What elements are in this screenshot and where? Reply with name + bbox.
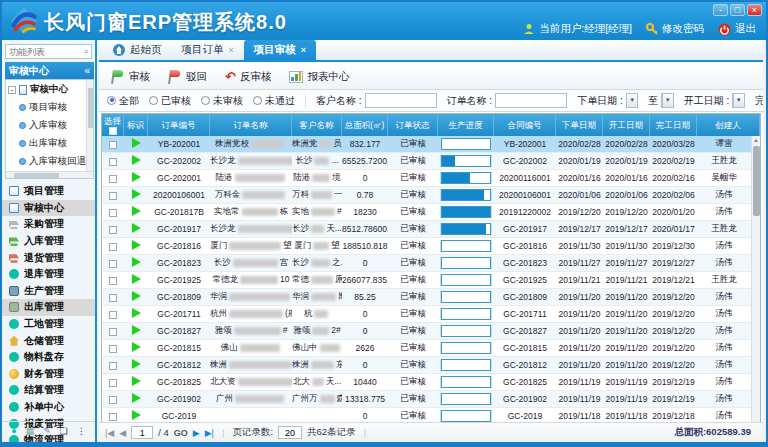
book-icon[interactable]: ❏ — [60, 426, 68, 436]
page-size-input[interactable] — [278, 426, 302, 439]
chevron-down-icon[interactable]: ▼ — [626, 94, 637, 107]
column-header-生产进度[interactable]: 生产进度 — [438, 114, 494, 136]
tab-项目审核[interactable]: 项目审核× — [244, 40, 316, 60]
tab-项目订单[interactable]: 项目订单× — [172, 40, 244, 60]
table-row[interactable]: GC-201812株洲株洲东0已审核GC-2018122019/11/20201… — [102, 357, 751, 374]
tree-item-入库审核[interactable]: 入库审核 — [6, 116, 93, 134]
row-checkbox[interactable] — [109, 328, 117, 336]
sidebar-item-补单中心[interactable]: 补单中心 — [2, 399, 95, 416]
sidebar-item-退货管理[interactable]: 退货管理 — [2, 249, 95, 266]
row-checkbox[interactable] — [109, 345, 117, 353]
first-page-icon[interactable]: |◀ — [105, 428, 114, 438]
collapse-icon[interactable]: « — [84, 62, 90, 79]
sidebar-item-出库管理[interactable]: 出库管理 — [2, 299, 95, 316]
tree-horizontal-scrollbar[interactable] — [6, 171, 93, 178]
next-page-icon[interactable]: ▶ — [193, 428, 200, 438]
table-row[interactable]: GC-202002长沙龙长沙...65525.7200...已审核GC-2020… — [102, 153, 751, 170]
table-row[interactable]: GC-201815佛山佛山中仓库2626已审核GC-2018152019/11/… — [102, 340, 751, 357]
tree-root-audit-center[interactable]: - 审核中心 — [6, 80, 93, 98]
maximize-button[interactable]: □ — [730, 4, 745, 16]
scroll-up-icon[interactable]: ▲ — [752, 136, 760, 144]
table-row[interactable]: 20200106001万科金万科一期0.78已审核202001060012020… — [102, 187, 751, 204]
column-header-选择[interactable]: 选择 — [102, 114, 124, 136]
table-row[interactable]: YB-202001株洲党校株洲党员...832.177已审核YB-2020012… — [102, 136, 751, 153]
sidebar-item-工地管理[interactable]: 工地管理 — [2, 316, 95, 333]
customer-name-input[interactable] — [365, 93, 437, 108]
sidebar-item-财务管理[interactable]: 财务管理 — [2, 366, 95, 383]
table-row[interactable]: GC-201925常德龙10常德原...266077.835...已审核GC-2… — [102, 272, 751, 289]
row-checkbox[interactable] — [109, 379, 117, 387]
start-date-input[interactable]: / /▼ — [732, 93, 745, 108]
table-row[interactable]: GC-201917长沙龙-2#长沙天...8512.78600...已审核GC-… — [102, 221, 751, 238]
table-row[interactable]: GC-201817B实地常栋实地#...18230已审核201912200022… — [102, 204, 751, 221]
sidebar-item-审核中心[interactable]: 审核中心 — [2, 200, 95, 217]
row-checkbox[interactable] — [109, 362, 117, 370]
column-header-开工日期[interactable]: 开工日期 — [603, 114, 650, 136]
radio-未通过[interactable]: 未通过 — [253, 94, 295, 108]
radio-未审核[interactable]: 未审核 — [201, 94, 243, 108]
close-tab-icon[interactable]: × — [301, 45, 306, 55]
radio-全部[interactable]: 全部 — [107, 94, 139, 108]
row-checkbox[interactable] — [109, 226, 117, 234]
column-header-合同编号[interactable]: 合同编号 — [494, 114, 556, 136]
table-row[interactable]: GC-201809华润一期华润期85.25已审核GC-2018092019/11… — [102, 289, 751, 306]
tab-起始页[interactable]: 起始页 — [103, 40, 172, 60]
toolbar-button-审核[interactable]: 审核 — [105, 68, 156, 86]
tree-item-项目审核[interactable]: 项目审核 — [6, 98, 93, 116]
sidebar-item-项目管理[interactable]: 项目管理 — [2, 183, 95, 200]
order-name-input[interactable] — [495, 93, 567, 108]
column-header-订单编号[interactable]: 订单编号 — [148, 114, 210, 136]
select-all-checkbox[interactable] — [109, 127, 117, 135]
tree-item-出库审核[interactable]: 出库审核 — [6, 134, 93, 152]
last-page-icon[interactable]: ▶| — [205, 428, 214, 438]
close-tab-icon[interactable]: × — [229, 45, 234, 55]
toolbar-button-反审核[interactable]: ↷反审核 — [219, 67, 277, 86]
column-header-总面积(㎡)[interactable]: 总面积(㎡) — [342, 114, 388, 136]
go-button[interactable]: GO — [174, 428, 188, 438]
grid-vertical-scrollbar[interactable]: ▲ ▼ — [751, 136, 760, 442]
row-checkbox[interactable] — [109, 277, 117, 285]
tree-vertical-scrollbar[interactable] — [86, 80, 93, 178]
column-header-完工日期[interactable]: 完工日期 — [650, 114, 697, 136]
order-date-input[interactable]: / /▼ — [626, 93, 639, 108]
table-row[interactable]: GC-201816厦门望厦门望188510.818已审核GC-201816201… — [102, 238, 751, 255]
chevron-down-icon[interactable]: ▼ — [662, 94, 673, 107]
column-header-创建人[interactable]: 创建人 — [697, 114, 760, 136]
sidebar-item-仓储管理[interactable]: 仓储管理 — [2, 332, 95, 349]
logout-button[interactable]: 退出 — [718, 22, 756, 36]
pen-icon[interactable]: ✎ — [43, 426, 51, 436]
minimize-button[interactable]: - — [713, 4, 728, 16]
dot-icon[interactable]: ● — [11, 426, 16, 436]
column-header-订单名称[interactable]: 订单名称 — [210, 114, 292, 136]
sidebar-item-生产管理[interactable]: 生产管理 — [2, 283, 95, 300]
column-header-客户名称[interactable]: 客户名称 — [292, 114, 342, 136]
column-header-下单日期[interactable]: 下单日期 — [556, 114, 603, 136]
row-checkbox[interactable] — [109, 260, 117, 268]
scrollbar-thumb[interactable] — [753, 146, 760, 216]
column-header-标识[interactable]: 标识 — [124, 114, 148, 136]
row-checkbox[interactable] — [109, 158, 117, 166]
table-row[interactable]: GC-201823长沙宫长沙之...0已审核GC-2018232019/11/2… — [102, 255, 751, 272]
row-checkbox[interactable] — [109, 175, 117, 183]
row-checkbox[interactable] — [109, 209, 117, 217]
row-checkbox[interactable] — [109, 396, 117, 404]
column-header-订单状态[interactable]: 订单状态 — [388, 114, 438, 136]
change-password-button[interactable]: 修改密码 — [646, 22, 704, 36]
row-checkbox[interactable] — [109, 311, 117, 319]
prev-page-icon[interactable]: ◀ — [119, 428, 126, 438]
page-number-input[interactable] — [131, 426, 153, 439]
table-row[interactable]: GC-201825北大资北大天...10440已审核GC-2018252019/… — [102, 374, 751, 391]
toolbar-button-驳回[interactable]: 驳回 — [162, 68, 213, 86]
tree-item-入库审核回退[interactable]: 入库审核回退 — [6, 152, 93, 170]
table-row[interactable]: GC-201827雅颂#雅颂2#0已审核GC-2018272019/11/202… — [102, 323, 751, 340]
tree-collapse-icon[interactable]: - — [8, 86, 16, 94]
more-icon[interactable]: ⋮ — [77, 426, 86, 436]
order-date-end-input[interactable]: / /▼ — [661, 93, 674, 108]
sidebar-item-入库管理[interactable]: 入库管理 — [2, 233, 95, 250]
table-row[interactable]: GC-201711杭州(府)杭0已审核GC-2017112019/11/2020… — [102, 306, 751, 323]
function-search-input[interactable] — [5, 44, 92, 59]
radio-已审核[interactable]: 已审核 — [149, 94, 191, 108]
row-checkbox[interactable] — [109, 294, 117, 302]
chevron-down-icon[interactable]: ▼ — [733, 94, 744, 107]
close-button[interactable]: × — [747, 4, 762, 16]
